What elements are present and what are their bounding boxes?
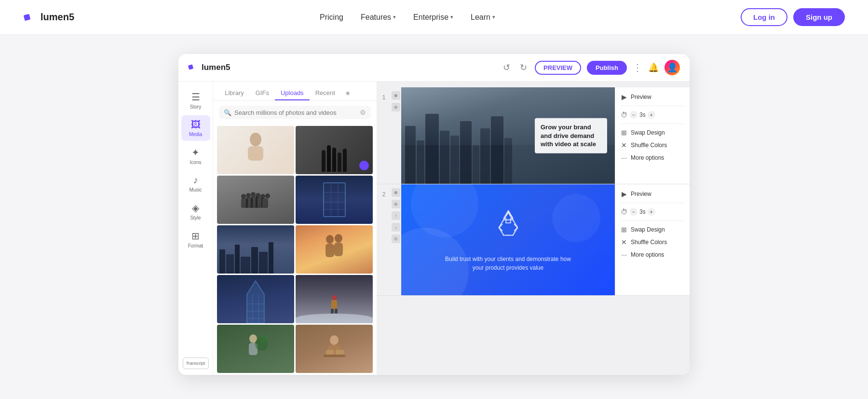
- nav-actions: Log in Sign up: [741, 8, 845, 26]
- svg-rect-0: [24, 14, 31, 21]
- more-label-2: More options: [631, 251, 664, 258]
- tab-library[interactable]: Library: [219, 86, 250, 100]
- divider-3: [620, 203, 685, 203]
- more-options-1[interactable]: ··· More options: [620, 154, 685, 162]
- tab-gifs[interactable]: GIFs: [250, 86, 275, 100]
- crowd-silhouette-icon: [239, 187, 272, 213]
- svg-point-39: [330, 335, 339, 345]
- swap-icon-2: ⊞: [620, 226, 628, 234]
- media-thumb-7[interactable]: [217, 275, 294, 323]
- sidebar-item-music[interactable]: ♪ Music: [181, 171, 210, 196]
- swap-design-1[interactable]: ⊞ Swap Design: [620, 129, 685, 137]
- brand-logo[interactable]: lumen5: [23, 11, 74, 24]
- app-body: ☰ Story 🖼 Media ✦ Icons ♪ Music ◈ Sty: [178, 82, 690, 375]
- svg-rect-33: [331, 309, 334, 314]
- sidebar-item-icons[interactable]: ✦ Icons: [181, 143, 210, 169]
- app-window: lumen5 ↺ ↻ PREVIEW Publish ⋮ 🔔 👤 ☰ Story: [178, 54, 690, 375]
- scene-camera-2[interactable]: ⊙: [392, 234, 400, 243]
- glass-building-icon: [321, 180, 348, 219]
- play-icon: ▶: [620, 93, 628, 101]
- preview-control-2[interactable]: ▶ Preview: [620, 190, 685, 198]
- svg-rect-32: [331, 300, 337, 309]
- scene-row-2: 2 ⊕ ⊖ ↑ ↓ ⊙: [377, 184, 690, 296]
- scene-delete-button[interactable]: ⊖: [392, 103, 400, 111]
- sidebar-item-story[interactable]: ☰ Story: [181, 87, 210, 113]
- undo-button[interactable]: ↺: [501, 60, 512, 75]
- media-thumb-9[interactable]: [217, 325, 294, 373]
- media-thumb-1[interactable]: [217, 126, 294, 174]
- timing-plus-1[interactable]: +: [648, 111, 655, 119]
- media-thumb-4[interactable]: [296, 176, 373, 224]
- timing-minus-1[interactable]: −: [630, 111, 637, 119]
- shuffle-label-1: Shuffle Colors: [631, 142, 667, 149]
- svg-point-4: [241, 194, 246, 199]
- timing-minus-2[interactable]: −: [630, 208, 637, 216]
- scene-copy-button[interactable]: ⊕: [392, 91, 400, 100]
- tab-favorites[interactable]: ★: [341, 86, 355, 100]
- preview-control-1[interactable]: ▶ Preview: [620, 93, 685, 101]
- scene-move-up-2[interactable]: ↑: [392, 211, 400, 220]
- scene-copy-button-2[interactable]: ⊕: [392, 188, 400, 197]
- shuffle-colors-1[interactable]: ✕ Shuffle Colors: [620, 141, 685, 149]
- divider-2: [620, 124, 685, 124]
- svg-rect-34: [335, 309, 338, 314]
- scene-actions-2: ⊕ ⊖ ↑ ↓ ⊙: [391, 184, 401, 295]
- search-input[interactable]: [234, 109, 357, 116]
- scene-thumbnail-2[interactable]: Build trust with your clients and demons…: [401, 184, 615, 295]
- enterprise-chevron: ▾: [450, 14, 453, 20]
- app-logo: lumen5: [188, 62, 231, 73]
- media-thumb-2[interactable]: [296, 126, 373, 174]
- notification-icon[interactable]: 🔔: [648, 62, 659, 73]
- sidebar-item-media[interactable]: 🖼 Media: [181, 115, 210, 141]
- icons-icon: ✦: [191, 147, 200, 158]
- scene-1-text: Grow your brand and drive demand with vi…: [541, 123, 601, 149]
- preview-label-2: Preview: [631, 191, 651, 197]
- filter-icon[interactable]: ⚙: [360, 109, 366, 116]
- more-dots-button[interactable]: ⋮: [633, 62, 642, 73]
- swap-design-2[interactable]: ⊞ Swap Design: [620, 226, 685, 234]
- timing-control-2[interactable]: ⏱ − 3s +: [620, 208, 685, 216]
- svg-point-2: [250, 133, 261, 146]
- nav-pricing[interactable]: Pricing: [320, 13, 343, 22]
- media-thumb-6[interactable]: [296, 225, 373, 274]
- brand-name: lumen5: [41, 12, 74, 23]
- logo-icon: [23, 11, 37, 24]
- transcript-button[interactable]: Transcript: [183, 358, 209, 369]
- scene-move-down-2[interactable]: ↓: [392, 223, 400, 232]
- swap-icon-1: ⊞: [620, 129, 628, 137]
- scene-thumbnail-1[interactable]: Grow your brand and drive demand with vi…: [401, 87, 615, 184]
- nav-enterprise[interactable]: Enterprise ▾: [413, 13, 453, 22]
- preview-button[interactable]: PREVIEW: [535, 61, 581, 75]
- story-icon: ☰: [191, 91, 200, 103]
- media-search-bar: 🔍 ⚙: [219, 106, 371, 119]
- main-content: lumen5 ↺ ↻ PREVIEW Publish ⋮ 🔔 👤 ☰ Story: [0, 35, 868, 394]
- swap-label-2: Swap Design: [631, 226, 665, 233]
- music-icon: ♪: [193, 175, 198, 186]
- tab-recent[interactable]: Recent: [310, 86, 341, 100]
- media-thumb-3[interactable]: [217, 176, 294, 224]
- publish-button[interactable]: Publish: [587, 61, 627, 75]
- timing-plus-2[interactable]: +: [648, 208, 655, 216]
- more-options-2[interactable]: ··· More options: [620, 251, 685, 259]
- tab-uploads[interactable]: Uploads: [275, 86, 310, 100]
- scene-controls-1: ▶ Preview ⏱ − 3s + ⊞ Swa: [615, 87, 690, 184]
- timing-control-1[interactable]: ⏱ − 3s +: [620, 111, 685, 119]
- media-thumb-8[interactable]: [296, 275, 373, 323]
- sidebar-item-style[interactable]: ◈ Style: [181, 198, 210, 224]
- svg-rect-41: [324, 355, 345, 357]
- nav-features[interactable]: Features ▾: [361, 13, 396, 22]
- redo-button[interactable]: ↻: [518, 60, 529, 75]
- person-mountain-icon: [329, 295, 339, 314]
- media-thumb-10[interactable]: [296, 325, 373, 373]
- sidebar-item-format[interactable]: ⊞ Format: [181, 226, 210, 252]
- user-avatar[interactable]: 👤: [665, 60, 680, 75]
- shuffle-colors-2[interactable]: ✕ Shuffle Colors: [620, 238, 685, 246]
- nav-learn[interactable]: Learn ▾: [471, 13, 495, 22]
- media-thumb-5[interactable]: [217, 225, 294, 274]
- signup-button[interactable]: Sign up: [793, 8, 845, 26]
- app-header: lumen5 ↺ ↻ PREVIEW Publish ⋮ 🔔 👤: [178, 54, 690, 82]
- login-button[interactable]: Log in: [741, 8, 787, 26]
- svg-rect-1: [188, 64, 193, 69]
- format-label: Format: [188, 243, 203, 248]
- scene-delete-button-2[interactable]: ⊖: [392, 200, 400, 208]
